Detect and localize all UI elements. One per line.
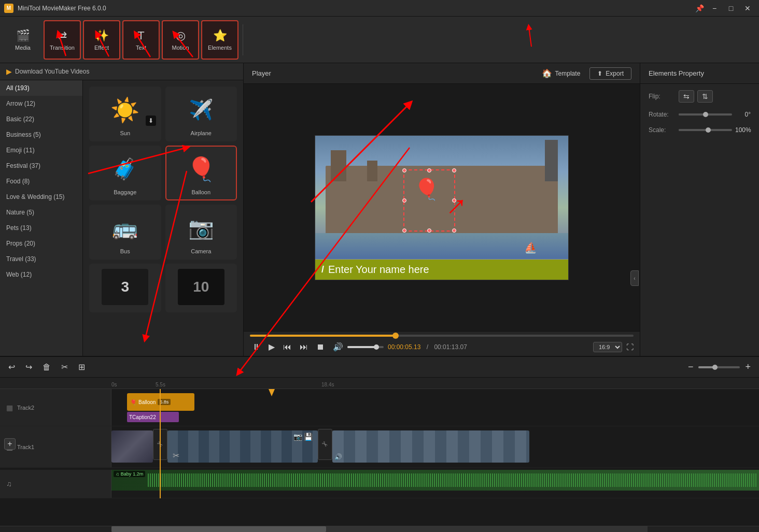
element-counter10[interactable]: 10	[165, 264, 237, 312]
prev-frame-button[interactable]: ⏮	[281, 341, 293, 353]
volume-button[interactable]: 🔊	[331, 341, 345, 353]
element-camera[interactable]: 📷 Camera	[165, 205, 237, 260]
element-airplane[interactable]: ✈️ Airplane	[165, 87, 237, 141]
scale-label: Scale:	[649, 126, 674, 134]
template-button[interactable]: 🏠 Template	[537, 66, 586, 80]
undo-button[interactable]: ↩	[6, 360, 17, 374]
category-business[interactable]: Business (5)	[0, 127, 82, 142]
export-icon: ⬆	[597, 70, 602, 77]
video-preview[interactable]: 🎈 →	[315, 135, 569, 280]
zoom-out-button[interactable]: −	[686, 361, 696, 373]
time-mark-18: 18.4s	[321, 382, 334, 387]
balloon-clip[interactable]: 🎈 Balloon 5.8s	[127, 393, 194, 411]
add-track-button[interactable]: +	[4, 438, 16, 450]
scrollbar-thumb[interactable]	[111, 526, 326, 532]
element-counter3[interactable]: 3	[89, 264, 161, 312]
element-sun[interactable]: ☀️ Sun ⬇	[89, 87, 161, 141]
rotate-slider[interactable]	[679, 113, 732, 116]
maximize-button[interactable]: □	[724, 3, 738, 14]
aspect-ratio-select[interactable]: 16:9 9:16 4:3 1:1	[593, 342, 622, 352]
media-button[interactable]: 🎬 Media	[4, 20, 41, 60]
elements-button[interactable]: ⭐ Elements	[201, 20, 238, 60]
template-label: Template	[555, 70, 581, 77]
text-icon: T	[137, 29, 144, 42]
fullscreen-button[interactable]: ⛶	[626, 343, 634, 351]
timeline-tracks: 0s 5.5s 18.4s + ▦ Track2	[0, 378, 759, 526]
video-bg: 🎈 →	[315, 136, 568, 280]
category-props[interactable]: Props (20)	[0, 236, 82, 251]
category-love[interactable]: Love & Wedding (15)	[0, 189, 82, 205]
middle-panel: Player 🏠 Template ⬆ Export	[244, 63, 640, 356]
volume-slider[interactable]	[347, 346, 384, 348]
stop-button[interactable]: ⏹	[314, 341, 327, 353]
category-pets[interactable]: Pets (13)	[0, 220, 82, 236]
text-button[interactable]: T Text	[122, 20, 160, 60]
balloon-clip-name: Balloon	[138, 399, 156, 405]
category-all[interactable]: All (193)	[0, 80, 82, 96]
progress-bar[interactable]	[250, 335, 634, 337]
export-button[interactable]: ⬆ Export	[589, 67, 631, 80]
counter3-thumb: 3	[102, 269, 148, 305]
controls-row: ⏸ ▶ ⏮ ⏭ ⏹ 🔊 00:00:05.13	[250, 341, 634, 353]
scale-slider[interactable]	[679, 129, 732, 131]
caption-clip-name: Caption22	[132, 414, 156, 420]
pin-button[interactable]: 📌	[694, 3, 705, 14]
flip-horizontal-button[interactable]: ⇆	[679, 90, 694, 103]
audio-waveform[interactable]: ♫ Baby 1.2m	[111, 470, 759, 491]
rotate-row: Rotate: 0°	[649, 111, 751, 118]
audio-track-row: ♫ ♫ Baby 1.2m	[0, 470, 759, 498]
element-bus[interactable]: 🚌 Bus	[89, 205, 161, 260]
cut-button[interactable]: ✂	[59, 360, 70, 374]
caption-clip[interactable]: T Caption22	[127, 412, 179, 422]
download-bar[interactable]: ▶ Download YouTube Videos	[0, 63, 243, 80]
category-nature[interactable]: Nature (5)	[0, 205, 82, 220]
main-video-clip[interactable]: ✂ 📷 💾	[167, 430, 318, 463]
camera-thumb: 📷	[178, 210, 224, 246]
balloon-label: Balloon	[191, 189, 210, 195]
elements-icon: ⭐	[213, 29, 227, 42]
timeline: ↩ ↪ 🗑 ✂ ⊞ − + 0s 5.5s 18.4s	[0, 356, 759, 532]
sun-thumb: ☀️	[102, 92, 148, 128]
redo-button[interactable]: ↪	[23, 360, 34, 374]
properties-panel: Flip: ⇆ ⇅ Rotate: 0°	[640, 84, 759, 140]
minimize-button[interactable]: −	[707, 3, 722, 14]
titlebar-controls: 📌 − □ ✕	[694, 3, 755, 14]
motion-button[interactable]: ◎ Motion	[162, 20, 199, 60]
category-emoji[interactable]: Emoji (11)	[0, 142, 82, 158]
category-arrow[interactable]: Arrow (12)	[0, 96, 82, 111]
track1-label: ▦ Track1	[0, 426, 111, 467]
audio-name: Baby	[121, 471, 132, 477]
next-frame-button[interactable]: ⏭	[298, 341, 310, 353]
transition-button[interactable]: ⇄ Transition	[44, 20, 81, 60]
element-balloon[interactable]: 🎈 Balloon	[165, 146, 237, 200]
category-travel[interactable]: Travel (33)	[0, 251, 82, 267]
effect-button[interactable]: ✨ Effect	[83, 20, 120, 60]
audio-clip-label: ♫ Baby 1.2m	[114, 471, 145, 477]
time-ruler: 0s 5.5s 18.4s	[0, 378, 759, 389]
export-label: Export	[606, 70, 624, 77]
transition-marker-1: ✂	[153, 429, 167, 460]
category-basic[interactable]: Basic (22)	[0, 111, 82, 127]
bus-label: Bus	[120, 248, 130, 254]
category-festival[interactable]: Festival (37)	[0, 158, 82, 174]
category-food[interactable]: Food (8)	[0, 174, 82, 189]
element-baggage[interactable]: 🧳 Baggage	[89, 146, 161, 200]
progress-thumb[interactable]	[392, 333, 399, 339]
close-button[interactable]: ✕	[740, 3, 755, 14]
play-button[interactable]: ▶	[266, 341, 277, 353]
crop-button[interactable]: ⊞	[76, 360, 87, 374]
clip-save: 💾	[304, 433, 313, 441]
scale-value: 100%	[735, 126, 751, 134]
sun-download[interactable]: ⬇	[146, 116, 156, 126]
delete-button[interactable]: 🗑	[40, 361, 53, 374]
zoom-in-button[interactable]: +	[743, 361, 753, 373]
category-web[interactable]: Web (12)	[0, 267, 82, 282]
timeline-scrollbar[interactable]	[0, 526, 759, 532]
zoom-slider[interactable]	[698, 366, 740, 368]
time-mark-5: 5.5s	[156, 382, 165, 387]
rotate-value: 0°	[735, 111, 751, 118]
expand-arrow[interactable]: ‹	[630, 270, 639, 286]
flip-vertical-button[interactable]: ⇅	[697, 90, 713, 103]
second-video-clip[interactable]: 🔊	[332, 430, 529, 463]
pause-button[interactable]: ⏸	[250, 341, 262, 353]
